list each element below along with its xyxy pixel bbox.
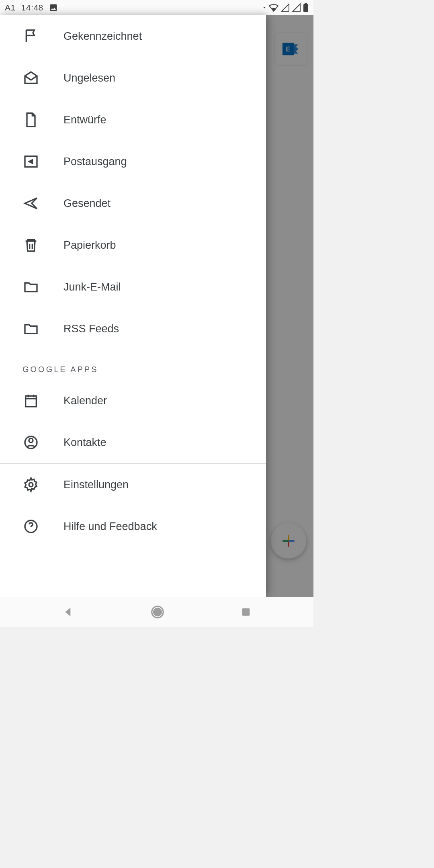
- contacts-icon: [23, 434, 39, 451]
- picture-icon: [49, 3, 58, 12]
- file-icon: [23, 111, 39, 128]
- section-header-google-apps: GOOGLE APPS: [0, 350, 266, 380]
- status-bar: A1 14:48: [0, 0, 313, 15]
- nav-item-label: Einstellungen: [63, 479, 129, 491]
- calendar-icon: [23, 392, 39, 409]
- svg-rect-0: [303, 4, 308, 12]
- send-icon: [23, 195, 39, 212]
- svg-rect-5: [26, 396, 37, 407]
- nav-item-label: Gesendet: [63, 197, 111, 210]
- nav-item-contacts[interactable]: Kontakte: [0, 422, 266, 463]
- outbox-icon: [23, 153, 39, 170]
- signal-icon: [292, 3, 301, 12]
- trash-icon: [23, 237, 39, 254]
- folder-icon: [23, 278, 39, 295]
- nav-item-rss[interactable]: RSS Feeds: [0, 308, 266, 350]
- nav-item-unread[interactable]: Ungelesen: [0, 57, 266, 99]
- wifi-icon: [268, 2, 279, 13]
- recents-button[interactable]: [240, 606, 252, 618]
- help-icon: [23, 518, 39, 535]
- nav-item-label: Entwürfe: [63, 114, 106, 126]
- nav-item-junk[interactable]: Junk-E-Mail: [0, 266, 266, 308]
- carrier-label: A1: [5, 3, 16, 12]
- mail-open-icon: [23, 70, 39, 86]
- navigation-drawer: Gekennzeichnet Ungelesen Entwürfe Postau…: [0, 15, 266, 597]
- system-navigation-bar: [0, 597, 313, 627]
- svg-point-8: [29, 483, 33, 487]
- nav-item-label: RSS Feeds: [63, 323, 119, 335]
- nav-item-label: Junk-E-Mail: [63, 281, 121, 293]
- dropdown-indicator-icon: [262, 5, 267, 10]
- nav-item-label: Hilfe und Feedback: [63, 520, 157, 533]
- nav-item-label: Papierkorb: [63, 239, 116, 252]
- svg-point-11: [154, 608, 161, 616]
- nav-item-settings[interactable]: Einstellungen: [0, 464, 266, 506]
- back-button[interactable]: [62, 606, 75, 618]
- svg-rect-1: [305, 3, 307, 4]
- nav-item-drafts[interactable]: Entwürfe: [0, 99, 266, 141]
- nav-item-outbox[interactable]: Postausgang: [0, 141, 266, 182]
- home-button[interactable]: [150, 604, 165, 620]
- svg-point-7: [29, 438, 33, 442]
- nav-item-calendar[interactable]: Kalender: [0, 380, 266, 422]
- nav-item-label: Postausgang: [63, 156, 127, 168]
- folder-icon: [23, 320, 39, 337]
- nav-item-label: Kontakte: [63, 436, 106, 449]
- nav-item-sent[interactable]: Gesendet: [0, 182, 266, 224]
- nav-item-flagged[interactable]: Gekennzeichnet: [0, 15, 266, 57]
- battery-icon: [303, 3, 309, 12]
- flag-icon: [23, 28, 39, 45]
- gear-icon: [23, 476, 39, 493]
- signal-icon: [280, 3, 290, 12]
- svg-rect-12: [242, 608, 250, 616]
- clock: 14:48: [21, 3, 43, 12]
- nav-item-label: Gekennzeichnet: [63, 30, 142, 43]
- nav-item-label: Kalender: [63, 395, 107, 407]
- nav-item-label: Ungelesen: [63, 72, 115, 84]
- nav-item-help[interactable]: Hilfe und Feedback: [0, 506, 266, 547]
- nav-item-trash[interactable]: Papierkorb: [0, 224, 266, 266]
